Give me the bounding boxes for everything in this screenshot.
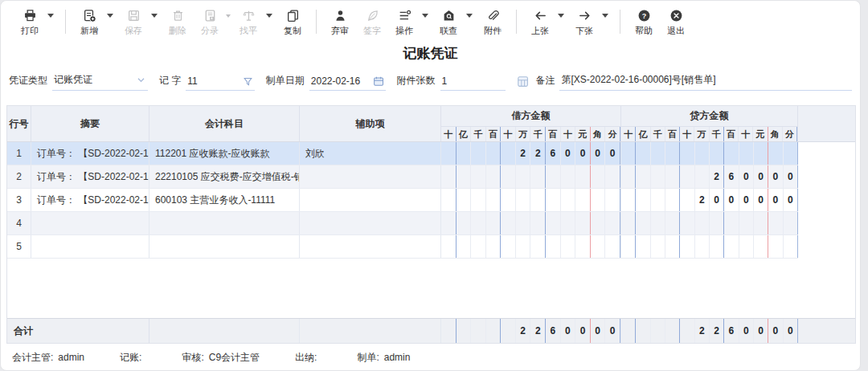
debit-digit-cell[interactable] bbox=[575, 235, 591, 258]
credit-digit-cell[interactable] bbox=[680, 142, 694, 165]
account-cell[interactable] bbox=[149, 212, 300, 234]
unapprove-button[interactable]: 弃审 bbox=[325, 8, 355, 37]
debit-digit-cell[interactable] bbox=[457, 319, 472, 343]
debit-digit-cell[interactable] bbox=[457, 165, 472, 188]
save-dropdown-caret[interactable] bbox=[151, 14, 158, 18]
credit-digit-cell[interactable] bbox=[636, 142, 650, 165]
credit-digit-cell[interactable] bbox=[665, 235, 680, 258]
filter-funnel-icon[interactable] bbox=[243, 76, 253, 87]
credit-digit-cell[interactable]: 2 bbox=[695, 189, 710, 211]
entry-button[interactable]: 分录 bbox=[194, 8, 225, 37]
credit-digit-cell[interactable] bbox=[651, 319, 665, 343]
chevron-down-icon[interactable] bbox=[136, 75, 146, 85]
credit-digit-cell[interactable] bbox=[665, 319, 680, 343]
credit-digit-cell[interactable]: 2 bbox=[710, 319, 724, 343]
debit-digit-cell[interactable] bbox=[561, 189, 576, 211]
debit-digit-cell[interactable] bbox=[561, 165, 576, 188]
credit-digit-cell[interactable] bbox=[754, 212, 768, 234]
debit-digit-cell[interactable] bbox=[471, 319, 486, 343]
credit-digit-cell[interactable]: 2 bbox=[710, 165, 724, 188]
credit-digit-cell[interactable] bbox=[739, 212, 754, 234]
credit-digit-cell[interactable] bbox=[739, 142, 754, 165]
prev-voucher-dropdown-caret[interactable] bbox=[558, 14, 564, 18]
credit-digit-cell[interactable] bbox=[739, 235, 754, 258]
credit-digit-cell[interactable]: 0 bbox=[754, 189, 768, 211]
debit-digit-cell[interactable]: 6 bbox=[546, 319, 561, 343]
debit-digit-cell[interactable] bbox=[501, 142, 516, 165]
credit-digit-cell[interactable] bbox=[636, 212, 650, 234]
credit-digit-cell[interactable] bbox=[695, 142, 710, 165]
credit-digit-cell[interactable]: 6 bbox=[724, 165, 739, 188]
debit-digit-cell[interactable] bbox=[441, 142, 457, 165]
entry-dropdown-caret[interactable] bbox=[226, 14, 231, 18]
debit-digit-cell[interactable] bbox=[486, 165, 502, 188]
credit-digit-cell[interactable] bbox=[724, 235, 739, 258]
summary-cell[interactable]: 订单号： 【SD-2022-02-16-00003... bbox=[31, 165, 149, 188]
debit-digit-cell[interactable] bbox=[516, 212, 531, 234]
debit-digit-cell[interactable] bbox=[486, 212, 502, 234]
debit-digit-cell[interactable] bbox=[530, 189, 546, 211]
credit-digit-cell[interactable] bbox=[710, 142, 724, 165]
debit-digit-cell[interactable]: 2 bbox=[516, 142, 531, 165]
summary-cell[interactable] bbox=[31, 235, 149, 258]
debit-digit-cell[interactable] bbox=[546, 165, 561, 188]
debit-digit-cell[interactable] bbox=[441, 189, 457, 211]
debit-digit-cell[interactable] bbox=[486, 235, 502, 258]
debit-digit-cell[interactable] bbox=[516, 189, 531, 211]
debit-digit-cell[interactable] bbox=[471, 235, 486, 258]
save-button[interactable]: 保存 bbox=[118, 8, 149, 37]
credit-digit-cell[interactable] bbox=[680, 212, 694, 234]
debit-digit-cell[interactable] bbox=[486, 319, 502, 343]
summary-cell[interactable]: 订单号： 【SD-2022-02-16-00003... bbox=[31, 189, 149, 211]
aux-cell[interactable] bbox=[300, 165, 441, 188]
debit-digit-cell[interactable]: 2 bbox=[516, 319, 531, 343]
credit-digit-cell[interactable] bbox=[754, 142, 768, 165]
debit-digit-cell[interactable]: 0 bbox=[591, 319, 606, 343]
credit-digit-cell[interactable] bbox=[621, 212, 636, 234]
aux-cell[interactable] bbox=[300, 212, 441, 234]
credit-digit-cell[interactable]: 0 bbox=[784, 319, 798, 343]
credit-digit-cell[interactable] bbox=[636, 165, 650, 188]
debit-digit-cell[interactable] bbox=[471, 142, 486, 165]
debit-digit-cell[interactable]: 0 bbox=[605, 142, 620, 165]
credit-digit-cell[interactable]: 0 bbox=[754, 165, 768, 188]
debit-digit-cell[interactable] bbox=[591, 212, 606, 234]
debit-digit-cell[interactable] bbox=[471, 189, 486, 211]
credit-digit-cell[interactable] bbox=[665, 189, 680, 211]
credit-digit-cell[interactable] bbox=[636, 235, 650, 258]
debit-digit-cell[interactable] bbox=[516, 235, 531, 258]
voucher-date-input[interactable]: 2022-02-16 bbox=[309, 74, 386, 91]
credit-digit-cell[interactable]: 0 bbox=[739, 189, 754, 211]
debit-digit-cell[interactable] bbox=[605, 212, 620, 234]
debit-digit-cell[interactable]: 2 bbox=[530, 319, 546, 343]
debit-digit-cell[interactable] bbox=[471, 165, 486, 188]
operate-button[interactable]: 操作 bbox=[389, 8, 420, 37]
debit-digit-cell[interactable] bbox=[471, 212, 486, 234]
voucher-type-select[interactable]: 记账凭证 bbox=[52, 71, 148, 91]
operate-dropdown-caret[interactable] bbox=[422, 14, 428, 18]
debit-digit-cell[interactable] bbox=[457, 142, 472, 165]
debit-digit-cell[interactable] bbox=[561, 235, 576, 258]
debit-digit-cell[interactable] bbox=[605, 235, 620, 258]
debit-digit-cell[interactable] bbox=[441, 319, 457, 343]
exit-button[interactable]: 退出 bbox=[661, 8, 691, 37]
credit-digit-cell[interactable] bbox=[695, 165, 710, 188]
credit-digit-cell[interactable] bbox=[768, 235, 783, 258]
credit-digit-cell[interactable]: 0 bbox=[784, 165, 798, 188]
credit-digit-cell[interactable] bbox=[768, 212, 783, 234]
debit-digit-cell[interactable]: 6 bbox=[546, 142, 561, 165]
debit-digit-cell[interactable] bbox=[546, 189, 561, 211]
credit-digit-cell[interactable] bbox=[621, 319, 636, 343]
credit-digit-cell[interactable] bbox=[784, 142, 798, 165]
account-cell[interactable]: 600103 主营业务收入-11111 bbox=[149, 189, 300, 211]
account-cell[interactable]: 112201 应收账款-应收账款 bbox=[149, 142, 300, 165]
remark-input[interactable]: 第[XS-2022-02-16-00006]号[销售单] bbox=[559, 71, 852, 91]
delete-button[interactable]: 删除 bbox=[162, 8, 193, 37]
credit-digit-cell[interactable] bbox=[651, 165, 665, 188]
credit-digit-cell[interactable] bbox=[651, 142, 665, 165]
next-voucher-dropdown-caret[interactable] bbox=[602, 14, 608, 18]
debit-digit-cell[interactable] bbox=[516, 165, 531, 188]
debit-digit-cell[interactable] bbox=[486, 189, 502, 211]
balance-dropdown-caret[interactable] bbox=[266, 14, 272, 18]
debit-digit-cell[interactable]: 0 bbox=[561, 142, 576, 165]
